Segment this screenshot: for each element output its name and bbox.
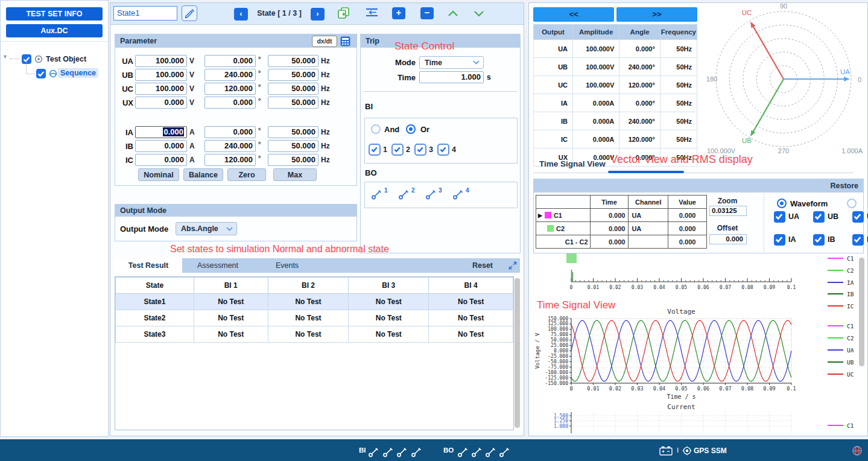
bi-or-radio[interactable] <box>406 124 416 134</box>
add-state-button[interactable]: + <box>392 7 405 19</box>
expand-icon[interactable] <box>508 261 518 270</box>
param-angle-UC[interactable]: 120.000 <box>204 83 256 95</box>
tree-item-test-object[interactable]: Test Object <box>46 55 86 63</box>
param-freq-IA[interactable]: 50.000 <box>268 126 318 138</box>
next-state-button[interactable]: › <box>311 8 325 21</box>
cursor-color-swatch <box>547 225 554 232</box>
balance-button[interactable]: Balance <box>183 168 223 181</box>
rms-row-IC[interactable]: IC0.000A120.000°50Hz <box>534 130 697 148</box>
voltage-checkbox-UB[interactable] <box>813 211 825 223</box>
cursor-row-C2[interactable]: C20.000UA0.000 <box>536 222 707 235</box>
move-up-button[interactable] <box>447 9 459 17</box>
bi-checkbox-1[interactable] <box>369 144 381 156</box>
param-freq-IC[interactable]: 50.000 <box>268 154 318 166</box>
rename-state-button[interactable] <box>182 5 197 21</box>
voltage-checkbox-UC[interactable] <box>852 211 864 223</box>
param-freq-IB[interactable]: 50.000 <box>268 140 318 152</box>
rms-row-UA[interactable]: UA100.000V0.000°50Hz <box>534 40 697 58</box>
waveform-radio[interactable] <box>777 199 787 208</box>
move-down-button[interactable] <box>473 9 485 17</box>
zero-button[interactable]: Zero <box>227 168 266 181</box>
tab-test-result[interactable]: Test Result <box>115 258 182 273</box>
trip-time-input[interactable]: 1.000 <box>419 71 484 83</box>
rms-cell: IB <box>534 112 573 130</box>
remove-state-button[interactable]: − <box>420 7 434 19</box>
param-angle-unit-IB: ° <box>258 141 261 148</box>
svg-text:0.06: 0.06 <box>697 285 709 290</box>
bi-checkbox-4[interactable] <box>437 144 449 156</box>
network-disconnected-icon[interactable] <box>852 445 863 456</box>
tab-assessment[interactable]: Assessment <box>182 258 253 273</box>
bo-switch-4[interactable] <box>452 189 464 200</box>
rms-row-UB[interactable]: UB100.000V240.000°50Hz <box>534 58 697 76</box>
aux-dc-button[interactable]: Aux.DC <box>6 24 103 37</box>
param-value-UB[interactable]: 100.000 <box>135 69 187 81</box>
rms-next-button[interactable]: >> <box>616 7 697 22</box>
bo-switch-1[interactable] <box>371 189 383 200</box>
param-value-IC[interactable]: 0.000 <box>135 154 187 166</box>
output-mode-select[interactable]: Abs.Angle <box>176 222 237 235</box>
param-value-UX[interactable]: 0.000 <box>135 97 187 109</box>
previous-state-button[interactable]: ‹ <box>234 8 248 21</box>
right-panel-scrollbar[interactable] <box>859 258 864 366</box>
rms-row-UC[interactable]: UC100.000V120.000°50Hz <box>534 76 697 94</box>
tree-checkbox-sequence[interactable] <box>36 69 46 78</box>
result-row-State2[interactable]: State2No TestNo TestNo TestNo Test <box>116 310 513 326</box>
result-scrollbar[interactable] <box>515 278 520 428</box>
rms-row-IB[interactable]: IB0.000A240.000°50Hz <box>534 112 697 130</box>
restore-button[interactable]: Restore <box>534 179 863 192</box>
result-row-State3[interactable]: State3No TestNo TestNo TestNo Test <box>116 326 513 343</box>
trip-time-unit: s <box>487 73 491 81</box>
display-mode-radio-2[interactable] <box>847 199 857 208</box>
bi-checkbox-3[interactable] <box>414 144 426 156</box>
cursor-row-C1[interactable]: ▶C10.000UA0.000 <box>536 209 707 222</box>
param-freq-UX[interactable]: 50.000 <box>268 97 318 109</box>
state-name-input[interactable]: State1 <box>113 6 177 21</box>
current-checkbox-IA[interactable] <box>774 234 785 246</box>
rms-row-IA[interactable]: IA0.000A0.000°50Hz <box>534 94 697 112</box>
zoom-input[interactable]: 0.03125 <box>709 206 747 216</box>
cursor-row-C1-C2[interactable]: C1 - C20.0000.000 <box>536 235 707 249</box>
tab-time-signal-view[interactable]: Time Signal View <box>539 159 606 168</box>
param-angle-UA[interactable]: 0.000 <box>204 55 256 67</box>
bi-checkbox-2[interactable] <box>391 144 404 156</box>
param-value-UA[interactable]: 100.000 <box>135 55 187 67</box>
param-freq-UA[interactable]: 50.000 <box>268 55 318 67</box>
copy-state-button[interactable] <box>337 6 351 21</box>
calculator-icon[interactable] <box>340 36 351 47</box>
max-button[interactable]: Max <box>273 168 317 181</box>
tab-events[interactable]: Events <box>253 258 321 273</box>
cursor-handle[interactable] <box>566 253 577 263</box>
tree-item-sequence[interactable]: Sequence <box>58 68 98 78</box>
result-cell: No Test <box>429 326 513 343</box>
param-angle-IC[interactable]: 120.000 <box>204 154 256 166</box>
tree-collapse-arrow[interactable]: ▼ <box>2 54 8 60</box>
param-angle-UB[interactable]: 240.000 <box>204 69 256 81</box>
check-icon <box>774 211 784 221</box>
nominal-button[interactable]: Nominal <box>138 168 179 181</box>
param-value-UC[interactable]: 100.000 <box>135 83 187 95</box>
current-checkbox-IB[interactable] <box>813 234 825 246</box>
reset-button[interactable]: Reset <box>464 258 501 273</box>
param-value-IB[interactable]: 0.000 <box>135 140 187 152</box>
param-freq-UB[interactable]: 50.000 <box>268 69 318 81</box>
bi-and-radio[interactable] <box>371 124 381 134</box>
param-angle-IB[interactable]: 240.000 <box>204 140 256 152</box>
trip-mode-select[interactable]: Time <box>419 56 484 69</box>
check-icon <box>852 234 863 244</box>
param-label-IA: IA <box>116 128 133 137</box>
param-angle-UX[interactable]: 0.000 <box>204 97 256 109</box>
insert-state-button[interactable] <box>364 7 380 18</box>
test-set-info-button[interactable]: TEST SET INFO <box>6 7 103 21</box>
bo-switch-2[interactable] <box>398 189 410 200</box>
param-value-IA[interactable]: 0.000 <box>135 126 187 138</box>
result-row-State1[interactable]: State1No TestNo TestNo TestNo Test <box>116 294 513 310</box>
current-checkbox-IC[interactable] <box>852 234 864 246</box>
dxdt-button[interactable]: dx/dt <box>312 36 337 47</box>
param-freq-UC[interactable]: 50.000 <box>268 83 318 95</box>
bo-switch-3[interactable] <box>425 189 437 200</box>
param-angle-IA[interactable]: 0.000 <box>204 126 256 138</box>
offset-input[interactable]: 0.000 <box>709 234 747 244</box>
rms-prev-button[interactable]: << <box>533 7 614 22</box>
voltage-checkbox-UA[interactable] <box>774 211 785 223</box>
